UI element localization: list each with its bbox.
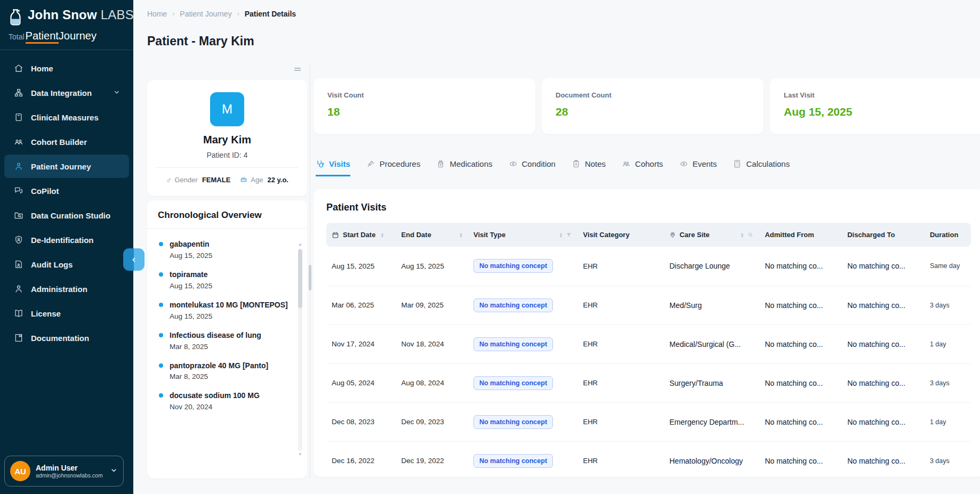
col-end-date[interactable]: End Date ▲▼ bbox=[396, 223, 468, 247]
sidebar-item-license[interactable]: License bbox=[4, 302, 129, 325]
sidebar: John Snow LABS TotalPatientJourney Home … bbox=[0, 0, 133, 494]
list-scrollbar[interactable]: ▲ ▼ bbox=[298, 242, 303, 457]
age-cake-icon bbox=[240, 175, 247, 184]
stethoscope-icon bbox=[316, 159, 325, 168]
stat-card-document-count: Document Count 28 bbox=[542, 78, 764, 134]
patient-summary-card: M Mary Kim Patient ID: 4 ♂ Gender FEMALE… bbox=[147, 80, 307, 196]
col-admitted-from[interactable]: Admitted From bbox=[759, 223, 842, 247]
bullet-icon bbox=[159, 303, 163, 307]
user-menu[interactable]: AU Admin User admin@johnsnowlabs.com bbox=[4, 456, 124, 487]
tab-medications[interactable]: Medications bbox=[436, 159, 492, 176]
table-row[interactable]: Aug 15, 2025 Aug 15, 2025 No matching co… bbox=[326, 247, 971, 286]
sitemap-icon bbox=[14, 88, 23, 98]
col-care-site[interactable]: Care Site ▲▼ bbox=[664, 223, 759, 247]
avatar: AU bbox=[10, 461, 30, 481]
tab-procedures[interactable]: Procedures bbox=[366, 159, 421, 176]
sort-icon[interactable]: ▲▼ bbox=[559, 232, 563, 238]
pill-bottle-icon bbox=[436, 159, 445, 168]
patient-name: Mary Kim bbox=[147, 134, 307, 146]
tab-notes[interactable]: Notes bbox=[572, 159, 606, 176]
admin-person-icon bbox=[14, 284, 23, 294]
drag-handle-icon[interactable] bbox=[293, 65, 302, 75]
clinical-measures-icon bbox=[14, 112, 23, 122]
table-header-row: Start Date ▲▼ End Date ▲▼ Visit Type ▲▼ bbox=[326, 223, 971, 247]
brand-subtitle: TotalPatientJourney bbox=[9, 30, 125, 42]
col-visit-category[interactable]: Visit Category bbox=[577, 223, 664, 247]
tab-visits[interactable]: Visits bbox=[316, 159, 350, 176]
sidebar-item-data-curation-studio[interactable]: Data Curation Studio bbox=[4, 204, 129, 227]
sidebar-item-cohort-builder[interactable]: Cohort Builder bbox=[4, 130, 129, 153]
main-content: Home › Patient Journey › Patient Details… bbox=[133, 0, 980, 494]
tab-events[interactable]: Events bbox=[679, 159, 717, 176]
user-name: Admin User bbox=[36, 464, 103, 473]
location-pin-icon bbox=[669, 231, 676, 238]
patient-panel: M Mary Kim Patient ID: 4 ♂ Gender FEMALE… bbox=[147, 62, 307, 494]
bullet-icon bbox=[159, 333, 163, 337]
stat-label: Visit Count bbox=[327, 91, 521, 99]
home-icon bbox=[14, 63, 23, 73]
col-visit-type[interactable]: Visit Type ▲▼ bbox=[468, 223, 578, 247]
page-title: Patient - Mary Kim bbox=[133, 18, 980, 48]
age-label: Age bbox=[251, 176, 263, 184]
search-icon[interactable] bbox=[747, 231, 754, 238]
breadcrumb-separator: › bbox=[172, 10, 174, 18]
sidebar-item-copilot[interactable]: CoPilot bbox=[4, 179, 129, 203]
sidebar-item-data-integration[interactable]: Data Integration bbox=[4, 81, 129, 104]
chat-bubbles-icon bbox=[14, 186, 23, 196]
sidebar-item-administration[interactable]: Administration bbox=[4, 277, 129, 301]
sidebar-item-patient-journey[interactable]: Patient Journey bbox=[4, 155, 129, 178]
col-start-date[interactable]: Start Date ▲▼ bbox=[326, 223, 396, 247]
brand-name: John Snow LABS bbox=[28, 7, 134, 22]
sidebar-collapse-button[interactable] bbox=[123, 248, 144, 271]
brand-logo: John Snow LABS TotalPatientJourney bbox=[0, 0, 133, 50]
sort-icon[interactable]: ▲▼ bbox=[459, 232, 463, 238]
cohort-icon bbox=[14, 137, 23, 147]
list-item[interactable]: montelukast 10 MG [MONTEPOS]Aug 15, 2025 bbox=[159, 300, 293, 320]
detail-tabs: Visits Procedures Medications Condition … bbox=[314, 159, 980, 176]
calculator-icon bbox=[733, 159, 742, 168]
breadcrumb-home[interactable]: Home bbox=[147, 10, 167, 18]
col-duration[interactable]: Duration bbox=[925, 223, 971, 247]
sidebar-item-audit-logs[interactable]: Audit Logs bbox=[4, 253, 129, 276]
scroll-up-icon[interactable]: ▲ bbox=[298, 242, 303, 247]
table-row[interactable]: Aug 05, 2024 Aug 08, 2024 No matching co… bbox=[326, 363, 971, 402]
breadcrumb-patient-journey[interactable]: Patient Journey bbox=[180, 10, 231, 18]
sidebar-item-clinical-measures[interactable]: Clinical Measures bbox=[4, 106, 129, 129]
sort-icon[interactable]: ▲▼ bbox=[380, 232, 384, 238]
tab-calculations[interactable]: Calculations bbox=[733, 159, 790, 176]
breadcrumb-current: Patient Details bbox=[245, 10, 296, 18]
list-item[interactable]: gabapentinAug 15, 2025 bbox=[159, 239, 293, 260]
col-discharged-to[interactable]: Discharged To bbox=[842, 223, 925, 247]
bullet-icon bbox=[159, 272, 163, 277]
audit-log-icon bbox=[14, 260, 23, 269]
list-item[interactable]: docusate sodium 100 MGNov 20, 2024 bbox=[159, 391, 293, 411]
scroll-down-icon[interactable]: ▼ bbox=[298, 452, 303, 457]
scrollbar-thumb[interactable] bbox=[298, 249, 302, 308]
sidebar-item-home[interactable]: Home bbox=[4, 56, 129, 80]
shield-person-icon bbox=[14, 235, 23, 245]
visit-type-badge: No matching concept bbox=[473, 454, 553, 468]
chronological-list: gabapentinAug 15, 2025 topiramateAug 15,… bbox=[147, 229, 307, 411]
stat-value: 28 bbox=[556, 106, 750, 118]
visit-type-badge: No matching concept bbox=[473, 376, 553, 390]
list-item[interactable]: topiramateAug 15, 2025 bbox=[159, 270, 293, 290]
gender-value: FEMALE bbox=[202, 176, 230, 184]
stats-row: Visit Count 18 Document Count 28 Last Vi… bbox=[314, 78, 980, 134]
list-item[interactable]: pantoprazole 40 MG [Panto]Mar 8, 2025 bbox=[159, 361, 293, 381]
table-row[interactable]: Nov 17, 2024 Nov 18, 2024 No matching co… bbox=[326, 325, 971, 363]
clipboard-icon bbox=[572, 159, 581, 168]
sidebar-item-documentation[interactable]: Documentation bbox=[4, 326, 129, 350]
tab-condition[interactable]: Condition bbox=[509, 159, 556, 176]
calendar-icon bbox=[332, 231, 339, 239]
table-row[interactable]: Mar 06, 2025 Mar 09, 2025 No matching co… bbox=[326, 286, 971, 325]
visit-type-badge: No matching concept bbox=[473, 259, 553, 273]
list-item[interactable]: Infectious disease of lungMar 8, 2025 bbox=[159, 330, 293, 351]
tab-cohorts[interactable]: Cohorts bbox=[622, 159, 663, 176]
table-row[interactable]: Dec 16, 2022 Dec 19, 2022 No matching co… bbox=[326, 441, 971, 477]
sidebar-item-de-identification[interactable]: De-Identification bbox=[4, 228, 129, 252]
user-email: admin@johnsnowlabs.com bbox=[36, 472, 103, 479]
filter-icon[interactable] bbox=[566, 232, 572, 238]
sort-icon[interactable]: ▲▼ bbox=[740, 232, 744, 238]
table-row[interactable]: Dec 08, 2023 Dec 09, 2023 No matching co… bbox=[326, 402, 971, 441]
patient-avatar: M bbox=[210, 92, 244, 126]
